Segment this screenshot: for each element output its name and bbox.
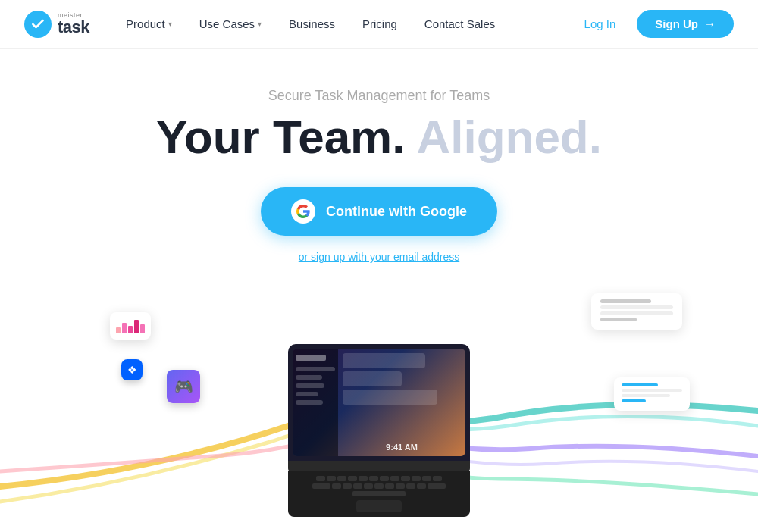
arrow-right-icon: → bbox=[704, 17, 716, 30]
laptop-illustration: 9:41 AM bbox=[288, 344, 470, 517]
hero-title-part1: Your Team. bbox=[156, 111, 405, 163]
nav-business[interactable]: Business bbox=[277, 11, 347, 36]
chevron-down-icon: ▾ bbox=[258, 20, 262, 28]
nav-contact[interactable]: Contact Sales bbox=[412, 11, 507, 36]
navbar: meister task Product ▾ Use Cases ▾ Busin… bbox=[0, 0, 758, 49]
login-button[interactable]: Log In bbox=[569, 11, 631, 36]
float-chart-card bbox=[110, 312, 151, 340]
signup-button[interactable]: Sign Up → bbox=[637, 10, 734, 38]
hero-subtitle: Secure Task Management for Teams bbox=[0, 88, 758, 104]
google-icon bbox=[291, 199, 315, 224]
notification-card bbox=[591, 293, 682, 330]
nav-links: Product ▾ Use Cases ▾ Business Pricing C… bbox=[114, 11, 569, 36]
logo[interactable]: meister task bbox=[24, 11, 89, 38]
nav-right: Log In Sign Up → bbox=[569, 10, 734, 38]
hero-illustration: 9:41 AM bbox=[0, 274, 758, 532]
chevron-down-icon: ▾ bbox=[168, 20, 172, 28]
hero-title-part2: Aligned. bbox=[416, 111, 602, 163]
nav-pricing[interactable]: Pricing bbox=[350, 11, 409, 36]
nav-use-cases[interactable]: Use Cases ▾ bbox=[187, 11, 274, 36]
integration-icon-card: ❖ bbox=[121, 359, 143, 380]
nav-product[interactable]: Product ▾ bbox=[114, 11, 184, 36]
google-signup-button[interactable]: Continue with Google bbox=[261, 187, 497, 236]
logo-icon bbox=[24, 11, 52, 38]
task-card bbox=[614, 377, 690, 411]
hero-section: Secure Task Management for Teams Your Te… bbox=[0, 49, 758, 263]
hero-title: Your Team. Aligned. bbox=[0, 111, 758, 163]
app-icon-card: 🎮 bbox=[167, 370, 200, 403]
laptop-screen: 9:41 AM bbox=[288, 344, 470, 461]
email-signup-link[interactable]: or sign up with your email address bbox=[0, 251, 758, 263]
logo-task-text: task bbox=[58, 19, 89, 36]
